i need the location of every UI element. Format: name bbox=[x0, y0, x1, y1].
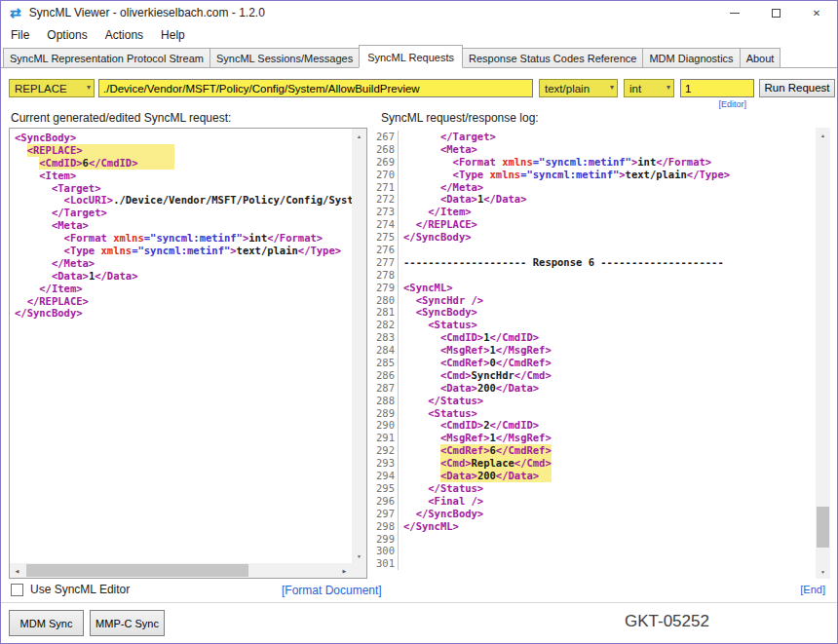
use-syncml-editor-checkbox[interactable] bbox=[11, 584, 23, 596]
tab-strip: SyncML Representation Protocol StreamSyn… bbox=[1, 45, 837, 68]
tab-about[interactable]: About bbox=[740, 48, 781, 67]
close-button[interactable]: ✕ bbox=[796, 1, 837, 24]
code-line: 282 <Status> bbox=[376, 319, 815, 331]
use-syncml-editor-label: Use SyncML Editor bbox=[30, 583, 130, 596]
mmpc-sync-button[interactable]: MMP-C Sync bbox=[90, 610, 165, 636]
code-line: 275</SyncBody> bbox=[376, 231, 815, 244]
title-bar: ⇄ SyncML Viewer - oliverkieselbach.com -… bbox=[1, 1, 837, 24]
bottom-separator bbox=[1, 602, 837, 603]
tab-syncml-sessions-messages[interactable]: SyncML Sessions/Messages bbox=[210, 48, 360, 67]
syncml-log-view[interactable]: 267 </Target>268 <Meta>269 <Format xmlns… bbox=[376, 128, 830, 579]
code-line: 276 bbox=[376, 244, 815, 256]
code-line: </Item> bbox=[15, 283, 352, 295]
uri-input[interactable] bbox=[98, 79, 533, 97]
log-code: 267 </Target>268 <Meta>269 <Format xmlns… bbox=[376, 128, 815, 579]
verb-combo[interactable]: REPLACE ▾ bbox=[9, 79, 95, 97]
scrollbar-corner bbox=[352, 563, 366, 578]
code-line: 287 <Data>200</Data> bbox=[376, 382, 815, 395]
maximize-button[interactable] bbox=[755, 1, 796, 24]
code-line: 267 </Target> bbox=[376, 131, 815, 143]
syncml-request-editor[interactable]: <SyncBody> <REPLACE> <CmdID>6</CmdID> <I… bbox=[9, 128, 367, 579]
code-line: 291 <MsgRef>1</MsgRef> bbox=[376, 432, 815, 444]
chevron-down-icon: ▾ bbox=[667, 83, 670, 92]
menu-item-actions[interactable]: Actions bbox=[96, 26, 152, 44]
scroll-right-icon[interactable]: ▶ bbox=[337, 563, 352, 578]
scroll-up-icon[interactable]: ▲ bbox=[816, 128, 830, 142]
left-vertical-scrollbar[interactable]: ▲ ▼ bbox=[352, 129, 366, 563]
menu-item-help[interactable]: Help bbox=[152, 26, 194, 44]
menu-item-file[interactable]: File bbox=[2, 26, 38, 44]
log-vertical-scrollbar[interactable]: ▲ ▼ bbox=[816, 128, 830, 579]
code-line: <REPLACE> bbox=[15, 144, 352, 157]
code-line: </Target> bbox=[15, 207, 352, 219]
editor-link[interactable]: [Editor] bbox=[9, 99, 746, 109]
minimize-icon bbox=[730, 13, 740, 14]
code-line: 280 <SyncHdr /> bbox=[376, 294, 815, 307]
code-line: 277-------------------- Response 6 -----… bbox=[376, 256, 815, 269]
format-document-link[interactable]: [Format Document] bbox=[282, 584, 382, 597]
scroll-down-icon[interactable]: ▼ bbox=[816, 564, 830, 579]
code-line: <Meta> bbox=[15, 219, 352, 232]
code-line: 289 <Status> bbox=[376, 407, 815, 420]
tab-response-status-codes-reference[interactable]: Response Status Codes Reference bbox=[462, 48, 643, 67]
code-line: 272 <Data>1</Data> bbox=[376, 193, 815, 206]
format-value: int bbox=[629, 83, 641, 95]
vertical-scroll-thumb[interactable] bbox=[817, 507, 829, 548]
code-line: </REPLACE> bbox=[15, 295, 352, 308]
app-sync-icon: ⇄ bbox=[10, 6, 21, 19]
code-line: 274 </REPLACE> bbox=[376, 218, 815, 231]
code-line: 288 </Status> bbox=[376, 395, 815, 407]
end-link[interactable]: [End] bbox=[800, 584, 825, 595]
code-line: 295 </Status> bbox=[376, 482, 815, 495]
code-line: <Item> bbox=[15, 170, 352, 182]
left-panel-label: Current generated/edited SyncML request: bbox=[11, 111, 231, 125]
menu-item-options[interactable]: Options bbox=[38, 26, 95, 44]
tab-mdm-diagnostics[interactable]: MDM Diagnostics bbox=[642, 48, 740, 67]
code-line: </Meta> bbox=[15, 257, 352, 270]
code-line: 278 bbox=[376, 269, 815, 282]
chevron-down-icon: ▾ bbox=[87, 83, 91, 92]
format-combo[interactable]: int ▾ bbox=[624, 79, 674, 97]
code-line: 270 <Type xmlns="syncml:metinf">text/pla… bbox=[376, 169, 815, 181]
code-line: 284 <MsgRef>1</MsgRef> bbox=[376, 344, 815, 357]
chevron-down-icon: ▾ bbox=[610, 83, 614, 92]
request-code: <SyncBody> <REPLACE> <CmdID>6</CmdID> <I… bbox=[10, 129, 352, 563]
value-input[interactable] bbox=[680, 79, 754, 97]
code-line: </SyncBody> bbox=[15, 307, 352, 320]
editor-toggle-row: Use SyncML Editor bbox=[11, 583, 130, 596]
code-line: <Format xmlns="syncml:metinf">int</Forma… bbox=[15, 232, 352, 245]
code-line: 285 <CmdRef>0</CmdRef> bbox=[376, 357, 815, 369]
code-line: 271 </Meta> bbox=[376, 181, 815, 194]
scroll-left-icon[interactable]: ◀ bbox=[10, 563, 24, 578]
code-line: <Target> bbox=[15, 182, 352, 195]
code-line: 299 bbox=[376, 533, 815, 546]
tab-syncml-representation-protocol-stream[interactable]: SyncML Representation Protocol Stream bbox=[3, 48, 210, 67]
run-request-button[interactable]: Run Request bbox=[759, 79, 835, 97]
code-line: 294 <Data>200</Data> bbox=[376, 470, 815, 482]
code-line: 293 <Cmd>Replace</Cmd> bbox=[376, 457, 815, 470]
code-line: 268 <Meta> bbox=[376, 143, 815, 156]
content-type-combo[interactable]: text/plain ▾ bbox=[539, 79, 618, 97]
code-line: 283 <CmdID>1</CmdID> bbox=[376, 331, 815, 344]
code-line: 279<SyncML> bbox=[376, 282, 815, 294]
code-line: <SyncBody> bbox=[15, 132, 352, 144]
code-line: <LocURI>./Device/Vendor/MSFT/Policy/Conf… bbox=[15, 194, 352, 207]
code-line: 292 <CmdRef>6</CmdRef> bbox=[376, 444, 815, 457]
window-controls: ✕ bbox=[714, 1, 837, 24]
scroll-up-icon[interactable]: ▲ bbox=[352, 129, 366, 143]
scroll-down-icon[interactable]: ▼ bbox=[352, 549, 366, 563]
horizontal-scroll-thumb[interactable] bbox=[26, 564, 248, 577]
device-id-label: GKT-05252 bbox=[625, 612, 709, 631]
code-line: <CmdID>6</CmdID> bbox=[15, 157, 352, 170]
app-window: ⇄ SyncML Viewer - oliverkieselbach.com -… bbox=[0, 0, 838, 644]
minimize-button[interactable] bbox=[714, 1, 755, 24]
code-line: 290 <CmdID>2</CmdID> bbox=[376, 419, 815, 432]
code-line: 286 <Cmd>SyncHdr</Cmd> bbox=[376, 369, 815, 382]
code-line: 298</SyncML> bbox=[376, 520, 815, 533]
right-panel-label: SyncML request/response log: bbox=[381, 111, 539, 125]
code-line: 281 <SyncBody> bbox=[376, 306, 815, 319]
code-line: 273 </Item> bbox=[376, 206, 815, 218]
tab-syncml-requests[interactable]: SyncML Requests bbox=[359, 45, 463, 68]
mdm-sync-button[interactable]: MDM Sync bbox=[9, 610, 84, 636]
left-horizontal-scrollbar[interactable]: ◀ ▶ bbox=[10, 563, 352, 578]
